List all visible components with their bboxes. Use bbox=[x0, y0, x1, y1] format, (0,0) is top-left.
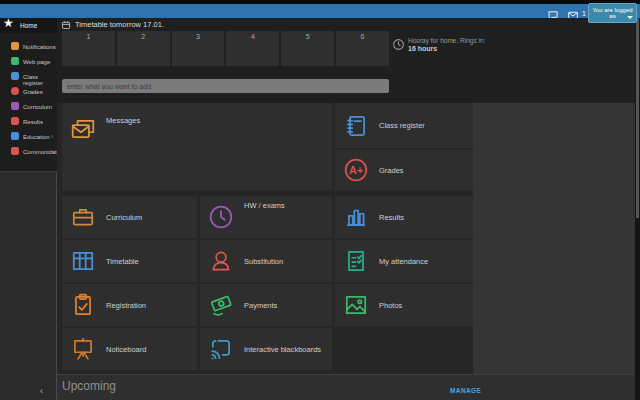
tile-registration[interactable]: Registration bbox=[62, 284, 197, 326]
unread-count-badge: 1 bbox=[582, 10, 586, 17]
sidebar-item-label: Curriculum bbox=[23, 104, 52, 110]
tile-photos[interactable]: Photos bbox=[335, 284, 473, 326]
web-page-icon bbox=[11, 57, 19, 65]
countdown-hours: 16 hours bbox=[408, 45, 437, 52]
star-icon: ★ bbox=[3, 16, 14, 30]
tile-label: Substitution bbox=[244, 257, 283, 266]
tile-label: Results bbox=[379, 213, 404, 222]
tile-messages[interactable]: Messages bbox=[62, 103, 332, 190]
education-icon bbox=[11, 132, 19, 140]
tile-label: Photos bbox=[379, 301, 402, 310]
sidebar-menu-panel: Notifications Web page Class register Gr… bbox=[0, 33, 57, 172]
tile-grades[interactable]: A+ Grades bbox=[335, 150, 473, 190]
tile-noticeboard[interactable]: Noticeboard bbox=[62, 328, 197, 370]
sidebar-item-grades[interactable]: Grades bbox=[0, 84, 57, 99]
tile-my-attendance[interactable]: My attendance bbox=[335, 240, 473, 282]
tile-label: Interactive blackboards bbox=[244, 345, 321, 354]
clock-icon bbox=[392, 38, 405, 51]
scrollbar-track[interactable] bbox=[635, 18, 640, 400]
period-cell[interactable]: 1 bbox=[62, 31, 115, 66]
sidebar-item-label: Education bbox=[23, 134, 50, 140]
top-navigation-bar: 1 bbox=[0, 4, 640, 18]
sidebar-item-label: Web page bbox=[23, 59, 50, 65]
tile-hw-exams[interactable]: HW / exams bbox=[200, 196, 332, 238]
tile-timetable[interactable]: Timetable bbox=[62, 240, 197, 282]
logged-in-user-button[interactable]: You are logged as bbox=[588, 3, 637, 23]
messages-icon bbox=[70, 116, 96, 142]
tile-label: Payments bbox=[244, 301, 277, 310]
tile-substitution[interactable]: Substitution bbox=[200, 240, 332, 282]
sidebar-collapse-button[interactable]: ‹ bbox=[40, 386, 43, 396]
right-side-panel bbox=[473, 103, 635, 374]
sidebar-home-label: Home bbox=[20, 22, 37, 29]
period-cell[interactable]: 2 bbox=[117, 31, 170, 66]
timetable-periods-row: 1 2 3 4 5 6 bbox=[62, 31, 389, 66]
period-cell[interactable]: 6 bbox=[336, 31, 389, 66]
chevron-right-icon: › bbox=[51, 133, 53, 140]
sidebar-item-education[interactable]: Education › bbox=[0, 129, 57, 144]
sidebar-item-home[interactable]: ★ Home bbox=[0, 18, 57, 33]
tile-label: Grades bbox=[379, 166, 404, 175]
app-window: 1 You are logged as ★ Home Notifications… bbox=[0, 0, 640, 400]
notifications-icon bbox=[11, 42, 19, 50]
results-icon bbox=[11, 117, 19, 125]
timetable-title: Timetable tomorrow 17.01. bbox=[75, 20, 164, 29]
class-register-icon bbox=[11, 72, 19, 80]
sidebar-item-communication[interactable]: Communication › bbox=[0, 144, 57, 159]
svg-text:A+: A+ bbox=[349, 164, 363, 176]
chevron-down-icon bbox=[627, 16, 633, 19]
sidebar-item-label: Grades bbox=[23, 89, 43, 95]
chevron-right-icon: › bbox=[51, 148, 53, 155]
sidebar-item-label: Results bbox=[23, 119, 43, 125]
curriculum-icon bbox=[11, 102, 19, 110]
tile-label: Messages bbox=[106, 116, 140, 125]
tile-payments[interactable]: Payments bbox=[200, 284, 332, 326]
sidebar-item-curriculum[interactable]: Curriculum bbox=[0, 99, 57, 114]
interactive-blackboards-icon bbox=[208, 336, 234, 362]
tile-label: Noticeboard bbox=[106, 345, 146, 354]
timetable-icon bbox=[70, 248, 96, 274]
countdown-text: Hooray for home. Rings in: bbox=[408, 37, 485, 44]
communication-icon bbox=[11, 147, 19, 155]
sidebar: ★ Home Notifications Web page Class regi… bbox=[0, 18, 57, 400]
substitution-icon bbox=[208, 248, 234, 274]
calendar-icon bbox=[61, 20, 71, 30]
upcoming-title: Upcoming bbox=[62, 379, 116, 393]
curriculum-icon bbox=[70, 204, 96, 230]
upcoming-section bbox=[57, 374, 635, 400]
sidebar-item-results[interactable]: Results bbox=[0, 114, 57, 129]
my-attendance-icon bbox=[343, 248, 369, 274]
grades-icon bbox=[11, 87, 19, 95]
tile-label: My attendance bbox=[379, 257, 428, 266]
sidebar-item-label: Notifications bbox=[23, 44, 56, 50]
period-cell[interactable]: 3 bbox=[172, 31, 225, 66]
period-cell[interactable]: 5 bbox=[281, 31, 334, 66]
registration-icon bbox=[70, 292, 96, 318]
tile-class-register[interactable]: Class register bbox=[335, 103, 473, 148]
quick-add-input[interactable] bbox=[62, 79, 389, 93]
tile-label: HW / exams bbox=[244, 201, 285, 210]
results-icon bbox=[343, 204, 369, 230]
tile-label: Class register bbox=[379, 121, 425, 130]
hw-exams-icon bbox=[208, 204, 234, 230]
photos-icon bbox=[343, 292, 369, 318]
tile-interactive-blackboards[interactable]: Interactive blackboards bbox=[200, 328, 332, 370]
class-register-icon bbox=[343, 113, 369, 139]
tile-results[interactable]: Results bbox=[335, 196, 473, 238]
tile-curriculum[interactable]: Curriculum bbox=[62, 196, 197, 238]
noticeboard-icon bbox=[70, 336, 96, 362]
tile-label: Curriculum bbox=[106, 213, 142, 222]
manage-link[interactable]: MANAGE bbox=[450, 387, 481, 394]
grades-icon: A+ bbox=[343, 157, 369, 183]
sidebar-item-class-register[interactable]: Class register bbox=[0, 69, 57, 84]
scrollbar-thumb[interactable] bbox=[636, 18, 639, 218]
sidebar-item-notifications[interactable]: Notifications bbox=[0, 39, 57, 54]
tile-label: Timetable bbox=[106, 257, 139, 266]
payments-icon bbox=[208, 292, 234, 318]
tile-label: Registration bbox=[106, 301, 146, 310]
period-cell[interactable]: 4 bbox=[226, 31, 279, 66]
sidebar-item-web-page[interactable]: Web page bbox=[0, 54, 57, 69]
